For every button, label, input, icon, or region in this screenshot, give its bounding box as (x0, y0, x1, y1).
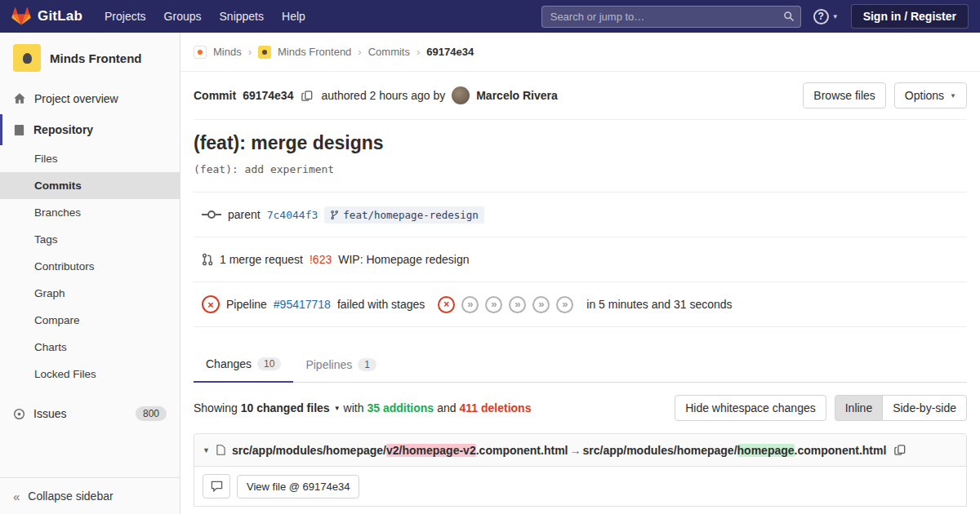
file-path: src/app/modules/homepage/v2/homepage-v2.… (232, 444, 886, 457)
breadcrumb-group-avatar (194, 46, 207, 59)
collapse-sidebar-button[interactable]: « Collapse sidebar (0, 477, 180, 514)
additions-count: 35 additions (367, 401, 434, 414)
sidebar-item-contributors[interactable]: Contributors (0, 253, 180, 280)
pipeline-status-text: failed with stages (337, 298, 425, 311)
branch-ref-badge[interactable]: feat/homepage-redesign (324, 206, 484, 224)
and-label: and (437, 401, 456, 414)
commit-description: (feat): add experiment (194, 163, 967, 175)
pipeline-row: × Pipeline #95417718 failed with stages … (194, 282, 967, 327)
copy-sha-button[interactable] (300, 88, 314, 104)
pipeline-failed-status-icon[interactable]: × (202, 295, 220, 313)
file-diff-header: ▼ src/app/modules/homepage/v2/homepage-v… (194, 434, 966, 467)
options-dropdown-button[interactable]: Options ▼ (894, 82, 967, 109)
search-input[interactable] (541, 6, 801, 28)
sidebar-item-repository[interactable]: Repository (0, 114, 180, 145)
collapse-sidebar-label: Collapse sidebar (28, 490, 113, 503)
lightbulb-icon (23, 53, 32, 64)
project-sidebar: Minds Frontend Project overview Reposito… (0, 33, 180, 514)
pipeline-label: Pipeline (226, 298, 267, 311)
merge-request-icon (202, 253, 213, 266)
browse-files-button[interactable]: Browse files (803, 82, 885, 109)
sidebar-nav: Project overview Repository Files Commit… (0, 83, 180, 477)
sidebar-item-branches[interactable]: Branches (0, 199, 180, 226)
author-name[interactable]: Marcelo Rivera (476, 89, 558, 102)
mr-link[interactable]: !623 (310, 253, 332, 266)
breadcrumb-separator: › (358, 46, 361, 58)
breadcrumb-item-minds-frontend[interactable]: Minds Frontend (278, 46, 351, 58)
new-path-prefix: src/app/modules/homepage/ (582, 444, 737, 457)
tab-changes[interactable]: Changes 10 (194, 347, 293, 383)
copy-icon (301, 90, 313, 102)
breadcrumb: Minds › Minds Frontend › Commits › 69174… (180, 33, 980, 72)
breadcrumb-item-minds[interactable]: Minds (213, 46, 242, 58)
author-avatar[interactable] (452, 86, 470, 104)
comment-icon (211, 481, 223, 492)
breadcrumb-separator: › (248, 46, 252, 58)
view-file-button[interactable]: View file @ 69174e34 (237, 475, 359, 498)
pipeline-stage-skipped-icon[interactable]: » (485, 296, 502, 313)
side-by-side-view-button[interactable]: Side-by-side (882, 395, 967, 421)
diff-view-toggle: Inline Side-by-side (835, 395, 967, 421)
sidebar-item-commits[interactable]: Commits (0, 172, 180, 199)
sidebar-item-project-overview[interactable]: Project overview (0, 83, 180, 114)
commit-label: Commit (194, 89, 236, 102)
project-avatar[interactable] (13, 44, 41, 72)
mr-title: WIP: Homepage redesign (338, 253, 469, 266)
sidebar-item-graph[interactable]: Graph (0, 280, 180, 307)
sidebar-item-compare[interactable]: Compare (0, 307, 180, 334)
sidebar-item-issues[interactable]: Issues 800 (0, 397, 180, 430)
sidebar-item-files[interactable]: Files (0, 145, 180, 172)
main-content: Minds › Minds Frontend › Commits › 69174… (180, 33, 980, 514)
showing-label: Showing (194, 401, 238, 414)
nav-snippets[interactable]: Snippets (211, 3, 273, 29)
changes-count-badge: 10 (257, 357, 281, 370)
changed-files-dropdown[interactable]: 10 changed files ▼ (241, 401, 341, 414)
mr-count-text: 1 merge request (220, 253, 303, 266)
brand-name: GitLab (38, 8, 82, 24)
file-diff-container: ▼ src/app/modules/homepage/v2/homepage-v… (194, 433, 967, 507)
commit-icon (202, 209, 221, 220)
copy-path-button[interactable] (893, 442, 907, 458)
commit-tabs: Changes 10 Pipelines 1 (194, 347, 967, 383)
chevron-double-left-icon: « (13, 490, 20, 503)
pipeline-stage-failed-icon[interactable]: × (438, 296, 455, 313)
authored-text: authored 2 hours ago by (321, 89, 445, 102)
commit-header: Commit 69174e34 authored 2 hours ago by … (194, 72, 967, 120)
search-icon[interactable] (783, 11, 795, 22)
pipeline-stage-skipped-icon[interactable]: » (509, 296, 526, 313)
chevron-down-icon: ▼ (950, 92, 956, 100)
help-dropdown[interactable]: ? ▼ (813, 9, 839, 24)
branch-icon (330, 210, 339, 220)
sign-in-button[interactable]: Sign in / Register (851, 4, 969, 29)
tab-pipelines[interactable]: Pipelines 1 (293, 347, 389, 382)
sidebar-item-label: Repository (33, 123, 93, 136)
hide-whitespace-button[interactable]: Hide whitespace changes (675, 395, 826, 421)
deletions-count: 411 deletions (460, 401, 532, 414)
sidebar-item-locked-files[interactable]: Locked Files (0, 361, 180, 388)
commit-sha: 69174e34 (243, 89, 293, 102)
options-label: Options (905, 89, 944, 102)
project-name[interactable]: Minds Frontend (50, 51, 142, 65)
file-actions-row: View file @ 69174e34 (194, 467, 966, 506)
gitlab-logo[interactable]: GitLab (11, 7, 82, 26)
breadcrumb-separator: › (416, 46, 420, 58)
issues-icon (13, 408, 25, 420)
nav-projects[interactable]: Projects (96, 3, 155, 29)
breadcrumb-item-commits[interactable]: Commits (368, 46, 410, 58)
pipeline-stage-skipped-icon[interactable]: » (461, 296, 479, 313)
pipeline-stage-skipped-icon[interactable]: » (556, 296, 573, 313)
pipeline-link[interactable]: #95417718 (274, 298, 331, 311)
inline-view-button[interactable]: Inline (835, 395, 883, 421)
sidebar-item-charts[interactable]: Charts (0, 334, 180, 361)
pipeline-duration: in 5 minutes and 31 seconds (586, 298, 732, 311)
sidebar-item-tags[interactable]: Tags (0, 226, 180, 253)
old-path-prefix: src/app/modules/homepage/ (232, 444, 386, 457)
top-navbar: GitLab Projects Groups Snippets Help ? ▼… (0, 0, 980, 33)
collapse-diff-caret-icon[interactable]: ▼ (203, 446, 210, 454)
nav-groups[interactable]: Groups (155, 3, 211, 29)
question-icon: ? (813, 9, 829, 24)
parent-sha-link[interactable]: 7c4044f3 (267, 209, 318, 221)
pipeline-stage-skipped-icon[interactable]: » (532, 296, 550, 313)
toggle-file-comments-button[interactable] (203, 474, 230, 498)
nav-help[interactable]: Help (273, 3, 314, 29)
